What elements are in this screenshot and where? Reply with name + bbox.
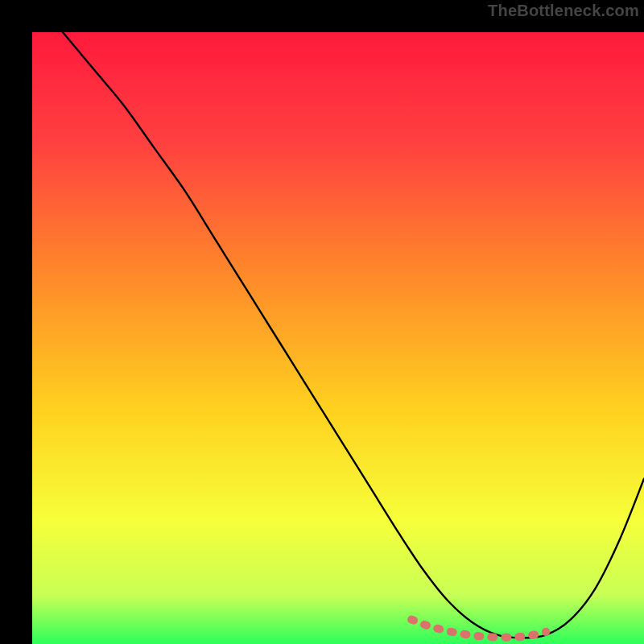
chart-frame <box>16 16 628 628</box>
watermark-text: TheBottleneck.com <box>488 2 639 20</box>
chart-svg <box>32 32 644 644</box>
chart-plot <box>32 32 644 644</box>
chart-background <box>32 32 644 644</box>
